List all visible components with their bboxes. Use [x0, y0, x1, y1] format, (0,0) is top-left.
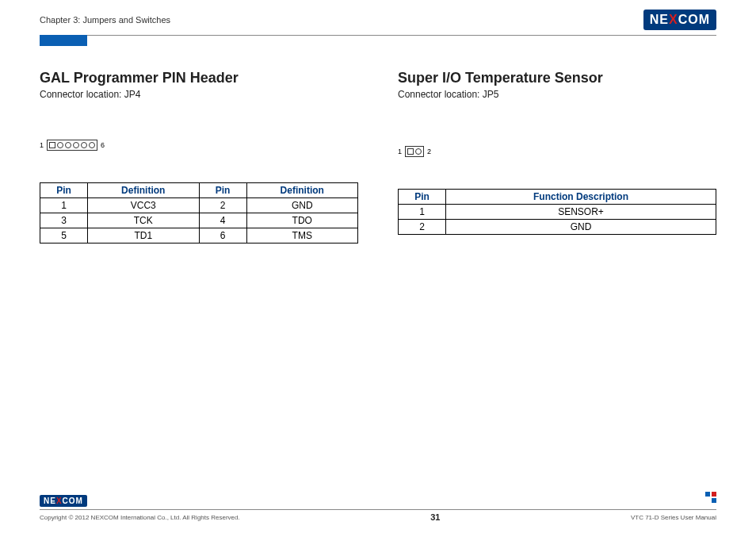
right-column: Super I/O Temperature Sensor Connector l… — [398, 70, 716, 243]
nexcom-logo: NEXCOM — [643, 10, 716, 30]
logo-pre: NE — [650, 13, 669, 27]
cell: TDO — [246, 213, 358, 228]
left-title: GAL Programmer PIN Header — [40, 70, 358, 86]
table-header-row: Pin Function Description — [399, 190, 716, 205]
th-pin: Pin — [40, 183, 88, 198]
jp5-pinbox — [405, 146, 424, 157]
jp5-right-label: 2 — [427, 148, 431, 155]
manual-name: VTC 71-D Series User Manual — [631, 514, 716, 521]
cell: VCC3 — [88, 198, 200, 213]
cell: TD1 — [88, 228, 200, 243]
right-subtitle: Connector location: JP5 — [398, 89, 716, 100]
table-row: 3 TCK 4 TDO — [40, 213, 358, 228]
jp4-left-label: 1 — [40, 141, 44, 149]
header-rule — [40, 35, 716, 36]
footer-logo-post: COM — [63, 497, 83, 505]
cell: GND — [446, 220, 716, 235]
content-area: GAL Programmer PIN Header Connector loca… — [0, 46, 756, 243]
jp4-diagram: 1 6 — [40, 140, 358, 151]
right-title: Super I/O Temperature Sensor — [398, 70, 716, 86]
cell: SENSOR+ — [446, 205, 716, 220]
left-subtitle: Connector location: JP4 — [40, 89, 358, 100]
cell: 6 — [199, 228, 246, 243]
page-number: 31 — [430, 512, 440, 522]
jp4-right-label: 6 — [101, 141, 105, 149]
copyright-text: Copyright © 2012 NEXCOM International Co… — [40, 514, 240, 521]
jp5-table: Pin Function Description 1 SENSOR+ 2 GND — [398, 189, 716, 235]
cell: TCK — [88, 213, 200, 228]
cell: 5 — [40, 228, 88, 243]
pin-icon — [65, 142, 71, 148]
cell: 3 — [40, 213, 88, 228]
cell: GND — [246, 198, 358, 213]
cell: 1 — [40, 198, 88, 213]
cell: 4 — [199, 213, 246, 228]
table-row: 1 VCC3 2 GND — [40, 198, 358, 213]
pin-icon — [415, 148, 422, 155]
th-pin: Pin — [399, 190, 446, 205]
footer-nexcom-logo: NEXCOM — [40, 495, 87, 507]
th-definition: Definition — [88, 183, 200, 198]
footer-row: Copyright © 2012 NEXCOM International Co… — [40, 510, 716, 522]
pin-icon — [57, 142, 63, 148]
table-row: 5 TD1 6 TMS — [40, 228, 358, 243]
footer-logo-x: X — [56, 497, 63, 505]
chapter-title: Chapter 3: Jumpers and Switches — [40, 15, 170, 25]
table-row: 2 GND — [399, 220, 716, 235]
th-pin: Pin — [199, 183, 246, 198]
jp5-left-label: 1 — [398, 148, 402, 155]
blue-tab-decor — [40, 35, 87, 46]
footer-mark-icon — [705, 492, 716, 503]
jp4-table: Pin Definition Pin Definition 1 VCC3 2 G… — [40, 182, 358, 243]
th-definition: Definition — [246, 183, 358, 198]
logo-x: X — [669, 13, 678, 27]
pin-icon — [89, 142, 95, 148]
table-header-row: Pin Definition Pin Definition — [40, 183, 358, 198]
left-column: GAL Programmer PIN Header Connector loca… — [40, 70, 358, 243]
page-footer: NEXCOM Copyright © 2012 NEXCOM Internati… — [0, 493, 756, 522]
pin-icon — [81, 142, 87, 148]
cell: 2 — [399, 220, 446, 235]
pin-icon — [49, 142, 55, 148]
table-row: 1 SENSOR+ — [399, 205, 716, 220]
cell: 2 — [199, 198, 246, 213]
jp5-diagram: 1 2 — [398, 146, 716, 157]
pin-icon — [73, 142, 79, 148]
footer-logo-pre: NE — [44, 497, 56, 505]
jp4-pinbox — [47, 140, 97, 151]
cell: 1 — [399, 205, 446, 220]
cell: TMS — [246, 228, 358, 243]
th-function: Function Description — [446, 190, 716, 205]
pin-icon — [407, 148, 414, 155]
logo-post: COM — [678, 13, 710, 27]
page-header: Chapter 3: Jumpers and Switches NEXCOM — [0, 0, 756, 35]
